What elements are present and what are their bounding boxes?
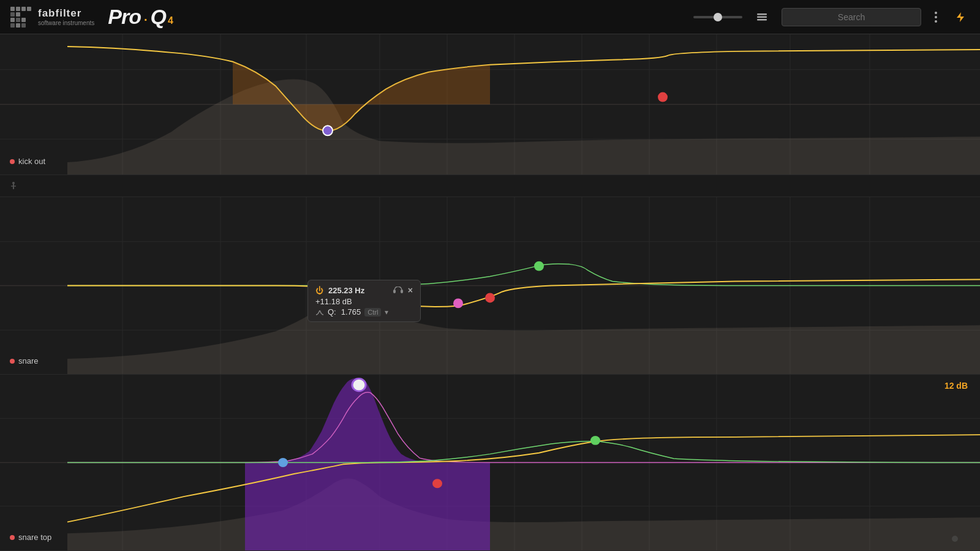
- stack-icon: [756, 11, 768, 23]
- snare-top-cp-red[interactable]: [432, 479, 442, 488]
- pin-icon-1: [9, 181, 18, 191]
- tooltip-q-row: Q: 1.765 Ctrl ▾: [315, 307, 413, 317]
- snare-cp-red[interactable]: [485, 293, 495, 302]
- lightning-icon: [954, 11, 967, 23]
- more-icon: [935, 11, 937, 23]
- snare-top-svg: [0, 375, 980, 550]
- svg-rect-10: [16, 23, 20, 28]
- status-dot: [952, 536, 958, 542]
- svg-rect-13: [757, 16, 767, 18]
- svg-rect-3: [27, 7, 31, 11]
- snare-top-cp-active[interactable]: [352, 378, 366, 391]
- gain-slider[interactable]: [693, 16, 742, 18]
- svg-rect-12: [757, 13, 767, 15]
- kick-out-text: kick out: [18, 157, 45, 166]
- kick-cp-1[interactable]: [323, 126, 333, 135]
- kick-out-panel: kick out: [0, 34, 980, 175]
- svg-rect-4: [10, 12, 15, 17]
- more-menu-button[interactable]: [931, 7, 941, 27]
- snare-cp-green[interactable]: [534, 261, 544, 271]
- svg-point-16: [935, 16, 937, 18]
- product-version: 4: [168, 15, 173, 26]
- svg-rect-8: [21, 18, 26, 22]
- snare-top-text: snare top: [18, 533, 51, 542]
- svg-rect-1: [16, 7, 20, 11]
- svg-point-17: [935, 20, 937, 23]
- svg-rect-9: [10, 23, 15, 28]
- search-input[interactable]: [782, 8, 921, 26]
- tooltip-header-row: ⏻ 225.23 Hz ×: [315, 285, 413, 295]
- brand-text: fabfilter software instruments: [38, 7, 94, 26]
- svg-rect-0: [10, 7, 15, 11]
- svg-point-15: [935, 12, 937, 14]
- fabfilter-logo-icon: [10, 6, 32, 28]
- main-area: kick out: [0, 34, 980, 551]
- snare-cp-pink[interactable]: [453, 298, 463, 308]
- snare-top-dot: [10, 535, 15, 540]
- svg-rect-7: [16, 18, 20, 22]
- svg-rect-11: [21, 23, 26, 28]
- snare-label: snare: [10, 356, 39, 365]
- headphone-icon[interactable]: [393, 287, 403, 294]
- lightning-button[interactable]: [951, 7, 970, 27]
- svg-rect-6: [10, 18, 15, 22]
- stack-button[interactable]: [752, 7, 772, 27]
- tooltip-dropdown-arrow[interactable]: ▾: [385, 308, 388, 317]
- snare-text: snare: [18, 356, 39, 365]
- snare-svg: [0, 197, 980, 374]
- snare-top-label: snare top: [10, 533, 51, 542]
- tooltip-action-icons: ×: [393, 285, 413, 295]
- svg-rect-74: [401, 290, 403, 293]
- svg-rect-5: [16, 12, 20, 17]
- tooltip-q-value: 1.765: [341, 307, 361, 317]
- svg-marker-18: [957, 12, 964, 22]
- svg-rect-73: [393, 290, 396, 293]
- product-name: Pro: [108, 5, 141, 29]
- logo-area: fabfilter software instruments Pro · Q 4: [10, 5, 173, 29]
- separator-1: [0, 175, 980, 197]
- snare-top-panel: 12 dB: [0, 375, 980, 551]
- db-label: 12 dB: [944, 381, 968, 391]
- tooltip-q-label: Q:: [328, 307, 336, 317]
- svg-rect-2: [21, 7, 26, 11]
- tooltip-gain-value: +11.18 dB: [315, 297, 413, 306]
- snare-dot: [10, 359, 15, 364]
- power-icon[interactable]: ⏻: [315, 286, 323, 295]
- svg-rect-14: [757, 19, 767, 21]
- snare-top-cp-blue[interactable]: [278, 458, 288, 467]
- snare-panel: snare: [0, 197, 980, 375]
- product-q: Q: [151, 5, 167, 29]
- header-controls: [693, 7, 970, 27]
- tooltip-freq-area: ⏻ 225.23 Hz: [315, 286, 364, 295]
- brand-tagline: software instruments: [38, 20, 94, 26]
- filter-shape-icon: [315, 309, 324, 316]
- snare-top-cp-green[interactable]: [590, 436, 600, 445]
- tooltip-ctrl-badge: Ctrl: [364, 308, 381, 317]
- eq-band-tooltip: ⏻ 225.23 Hz × +11.18 dB Q: 1.765 Ctrl ▾: [307, 280, 421, 322]
- header: fabfilter software instruments Pro · Q 4: [0, 0, 980, 34]
- brand-name: fabfilter: [38, 7, 94, 20]
- tooltip-frequency: 225.23 Hz: [328, 286, 364, 295]
- product-logo: Pro · Q 4: [108, 5, 173, 29]
- svg-point-34: [12, 182, 15, 184]
- tooltip-close-button[interactable]: ×: [408, 285, 413, 295]
- kick-out-svg: [0, 34, 980, 174]
- kick-out-dot: [10, 159, 15, 164]
- kick-out-label: kick out: [10, 157, 45, 166]
- kick-cp-2[interactable]: [658, 92, 668, 102]
